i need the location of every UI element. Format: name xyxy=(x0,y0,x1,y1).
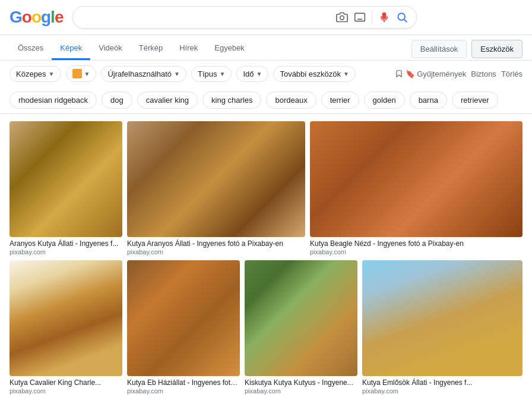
type-filter-label: Típus xyxy=(198,70,217,78)
search-bar: kutya xyxy=(72,6,417,29)
google-search-button[interactable] xyxy=(396,11,408,23)
clear-label: Törlés xyxy=(501,70,522,78)
reuse-filter-label: Újrafelhasználható xyxy=(107,70,172,78)
search-input[interactable]: kutya xyxy=(81,12,331,23)
image-5-source: pixabay.com xyxy=(127,387,240,394)
image-2[interactable] xyxy=(127,121,305,237)
keyboard-button[interactable] xyxy=(354,11,366,23)
image-item-7[interactable]: Kutya Emlősök Állati - Ingyenes f... pix… xyxy=(362,260,522,394)
time-filter-arrow: ▼ xyxy=(256,71,262,77)
image-3-title: Kutya Beagle Nézd - Ingyenes fotó a Pixa… xyxy=(310,239,522,248)
tab-hirek[interactable]: Hírek xyxy=(171,37,206,60)
image-6-source: pixabay.com xyxy=(245,387,357,394)
image-item-5[interactable]: Kutya Eb Háziállat - Ingyenes fotó a P..… xyxy=(127,260,240,394)
image-7[interactable] xyxy=(362,260,522,376)
image-item-3[interactable]: Kutya Beagle Nézd - Ingyenes fotó a Pixa… xyxy=(310,121,522,255)
chip-terrier[interactable]: terrier xyxy=(321,91,359,109)
camera-search-button[interactable] xyxy=(336,11,348,23)
clear-filter-link[interactable]: Törlés xyxy=(501,70,522,78)
svg-point-0 xyxy=(340,16,344,20)
voice-search-button[interactable] xyxy=(378,11,390,23)
reuse-filter-arrow: ▼ xyxy=(174,71,180,77)
collections-link[interactable]: 🔖 Gyűjtemények xyxy=(395,70,467,78)
tab-videok[interactable]: Videók xyxy=(90,37,131,60)
image-grid: Aranyos Kutya Állati - Ingyenes f... pix… xyxy=(0,114,532,404)
google-logo[interactable]: Google xyxy=(10,8,63,27)
chip-barna[interactable]: barna xyxy=(410,91,447,109)
image-5-title: Kutya Eb Háziállat - Ingyenes fotó a P..… xyxy=(127,378,240,387)
image-2-title: Kutya Aranyos Állati - Ingyenes fotó a P… xyxy=(127,239,305,248)
settings-button[interactable]: Beállítások xyxy=(411,40,467,58)
tools-button[interactable]: Eszközök xyxy=(471,40,522,58)
image-1[interactable] xyxy=(10,121,122,237)
image-6[interactable] xyxy=(245,260,357,376)
image-row-1: Aranyos Kutya Állati - Ingyenes f... pix… xyxy=(10,121,522,255)
tab-terkep[interactable]: Térkép xyxy=(131,37,171,60)
svg-point-3 xyxy=(398,13,406,20)
image-3-source: pixabay.com xyxy=(310,248,522,255)
image-4[interactable] xyxy=(10,260,122,376)
image-1-title: Aranyos Kutya Állati - Ingyenes f... xyxy=(10,239,122,248)
color-filter[interactable]: ▼ xyxy=(66,65,97,82)
more-tools-filter[interactable]: További eszközök ▼ xyxy=(273,66,356,82)
search-chips-row: rhodesian ridgeback dog cavalier king ki… xyxy=(0,87,532,114)
chip-dog[interactable]: dog xyxy=(102,91,132,109)
svg-line-4 xyxy=(404,20,407,23)
image-2-source: pixabay.com xyxy=(127,248,305,255)
image-item-2[interactable]: Kutya Aranyos Állati - Ingyenes fotó a P… xyxy=(127,121,305,255)
time-filter-label: Idő xyxy=(243,70,254,78)
image-1-source: pixabay.com xyxy=(10,248,122,255)
header: Google kutya xyxy=(0,0,532,35)
image-row-2: Kutya Cavalier King Charle... pixabay.co… xyxy=(10,260,522,394)
size-filter[interactable]: Közepes ▼ xyxy=(10,66,61,82)
image-7-source: pixabay.com xyxy=(362,387,522,394)
type-filter-arrow: ▼ xyxy=(220,71,226,77)
chip-retriever[interactable]: retriever xyxy=(452,91,498,109)
safe-search-label: Biztons xyxy=(471,70,496,78)
image-7-title: Kutya Emlősök Állati - Ingyenes f... xyxy=(362,378,522,387)
image-item-4[interactable]: Kutya Cavalier King Charle... pixabay.co… xyxy=(10,260,122,394)
tab-osszes[interactable]: Összes xyxy=(10,37,52,60)
chip-cavalier-king[interactable]: cavalier king xyxy=(137,91,198,109)
safe-search-link[interactable]: Biztons xyxy=(471,70,496,78)
type-filter[interactable]: Típus ▼ xyxy=(191,66,232,82)
image-3[interactable] xyxy=(310,121,522,237)
reuse-filter[interactable]: Újrafelhasználható ▼ xyxy=(101,66,186,82)
search-icons xyxy=(336,10,408,24)
color-swatch xyxy=(72,69,82,78)
color-filter-arrow: ▼ xyxy=(84,71,90,77)
image-6-title: Kiskutya Kutya Kutyus - Ingyene... xyxy=(245,378,357,387)
filter-bar: Közepes ▼ ▼ Újrafelhasználható ▼ Típus ▼… xyxy=(0,61,532,87)
chip-golden[interactable]: golden xyxy=(364,91,405,109)
more-tools-arrow: ▼ xyxy=(343,71,349,77)
nav-tabs: Összes Képek Videók Térkép Hírek Egyebek… xyxy=(0,35,532,61)
time-filter[interactable]: Idő ▼ xyxy=(236,66,268,82)
image-4-title: Kutya Cavalier King Charle... xyxy=(10,378,122,387)
search-divider xyxy=(372,10,372,24)
chip-bordeaux[interactable]: bordeaux xyxy=(266,91,316,109)
size-filter-label: Közepes xyxy=(16,70,46,78)
nav-right-buttons: Beállítások Eszközök xyxy=(411,40,522,58)
filter-right: 🔖 Gyűjtemények Biztons Törlés xyxy=(395,70,522,78)
more-tools-label: További eszközök xyxy=(280,70,341,78)
tab-kepek[interactable]: Képek xyxy=(52,37,90,60)
chip-rhodesian[interactable]: rhodesian ridgeback xyxy=(10,91,97,109)
collections-label: 🔖 Gyűjtemények xyxy=(406,70,467,78)
size-filter-arrow: ▼ xyxy=(49,71,55,77)
chip-king-charles[interactable]: king charles xyxy=(202,91,261,109)
image-item-6[interactable]: Kiskutya Kutya Kutyus - Ingyene... pixab… xyxy=(245,260,357,394)
image-item-1[interactable]: Aranyos Kutya Állati - Ingyenes f... pix… xyxy=(10,121,122,255)
image-5[interactable] xyxy=(127,260,240,376)
tab-egyebek[interactable]: Egyebek xyxy=(206,37,253,60)
image-4-source: pixabay.com xyxy=(10,387,122,394)
